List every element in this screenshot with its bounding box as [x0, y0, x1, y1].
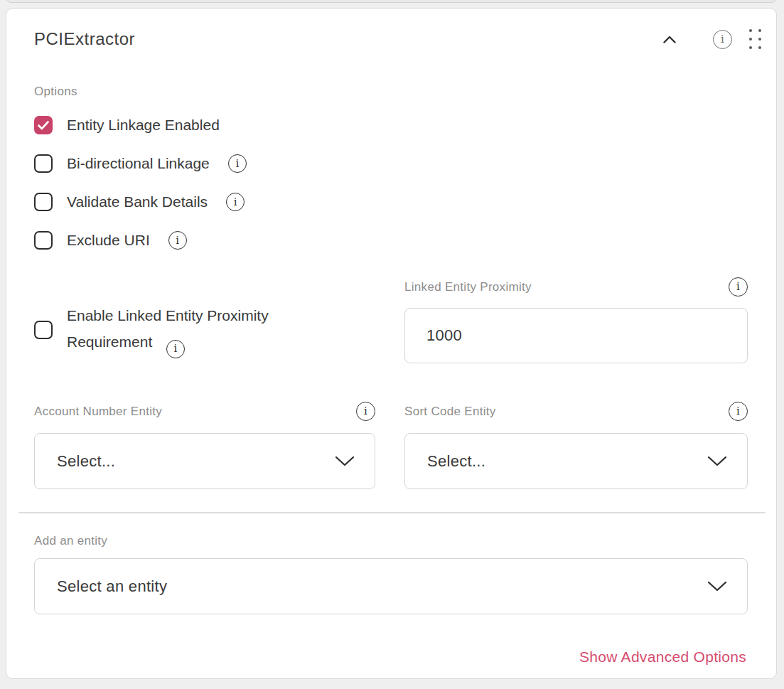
validate-bank-info-icon[interactable]: i	[226, 193, 245, 211]
account-number-select-value: Select...	[57, 452, 115, 471]
collapse-chevron-up-icon[interactable]	[663, 35, 676, 43]
options-section-label: Options	[34, 85, 77, 99]
pci-extractor-card: PCIExtractor i Options Entity Linkage En…	[6, 8, 777, 679]
sort-code-info-icon[interactable]: i	[729, 402, 748, 421]
exclude-uri-checkbox[interactable]	[34, 231, 53, 250]
card-header: PCIExtractor i	[34, 28, 761, 50]
proximity-requirement-info-icon[interactable]: i	[166, 340, 185, 358]
add-entity-select-value: Select an entity	[57, 577, 167, 596]
checkbox-row-bidirectional: Bi-directional Linkage i	[34, 144, 247, 183]
options-checkbox-list: Entity Linkage Enabled Bi-directional Li…	[34, 106, 247, 260]
proximity-field-label: Linked Entity Proximity	[404, 280, 532, 294]
proximity-requirement-checkbox[interactable]	[34, 321, 53, 339]
checkbox-label: Validate Bank Details	[67, 193, 208, 210]
add-entity-select[interactable]: Select an entity	[34, 558, 748, 614]
chevron-down-icon	[707, 456, 727, 466]
sort-code-select[interactable]: Select...	[404, 433, 748, 489]
entity-linkage-checkbox[interactable]	[34, 116, 53, 134]
proximity-value-input[interactable]	[404, 308, 748, 363]
checkbox-label: Exclude URI	[67, 232, 150, 249]
sort-code-field-header: Sort Code Entity i	[404, 402, 748, 421]
checkbox-row-validate-bank: Validate Bank Details i	[34, 183, 247, 221]
card-title: PCIExtractor	[34, 29, 135, 49]
account-number-label: Account Number Entity	[34, 405, 162, 419]
header-icons: i	[663, 29, 761, 49]
proximity-requirement-row: Enable Linked Entity Proximity Requireme…	[34, 302, 368, 358]
chevron-down-icon	[335, 456, 355, 466]
checkbox-label: Bi-directional Linkage	[67, 155, 210, 172]
drag-handle-icon[interactable]	[749, 29, 761, 49]
sort-code-select-value: Select...	[427, 452, 485, 471]
bidirectional-info-icon[interactable]: i	[228, 154, 247, 173]
sort-code-label: Sort Code Entity	[404, 405, 496, 419]
section-divider	[18, 512, 766, 513]
card-info-icon[interactable]: i	[713, 30, 732, 49]
chevron-down-icon	[707, 581, 727, 592]
exclude-uri-info-icon[interactable]: i	[168, 231, 187, 250]
proximity-field-header: Linked Entity Proximity i	[404, 277, 748, 297]
previous-card-edge	[6, 0, 777, 3]
checkbox-row-entity-linkage: Entity Linkage Enabled	[34, 106, 247, 144]
checkbox-label: Entity Linkage Enabled	[67, 117, 220, 134]
checkbox-row-exclude-uri: Exclude URI i	[34, 221, 247, 260]
account-number-field-header: Account Number Entity i	[34, 402, 375, 421]
proximity-requirement-label: Enable Linked Entity Proximity Requireme…	[67, 302, 358, 358]
add-entity-label: Add an entity	[34, 534, 107, 548]
validate-bank-details-checkbox[interactable]	[34, 193, 53, 211]
show-advanced-options-link[interactable]: Show Advanced Options	[579, 648, 746, 666]
proximity-field-info-icon[interactable]: i	[729, 277, 748, 297]
bidirectional-linkage-checkbox[interactable]	[34, 154, 53, 173]
account-number-select[interactable]: Select...	[34, 433, 375, 489]
account-number-info-icon[interactable]: i	[356, 402, 375, 421]
